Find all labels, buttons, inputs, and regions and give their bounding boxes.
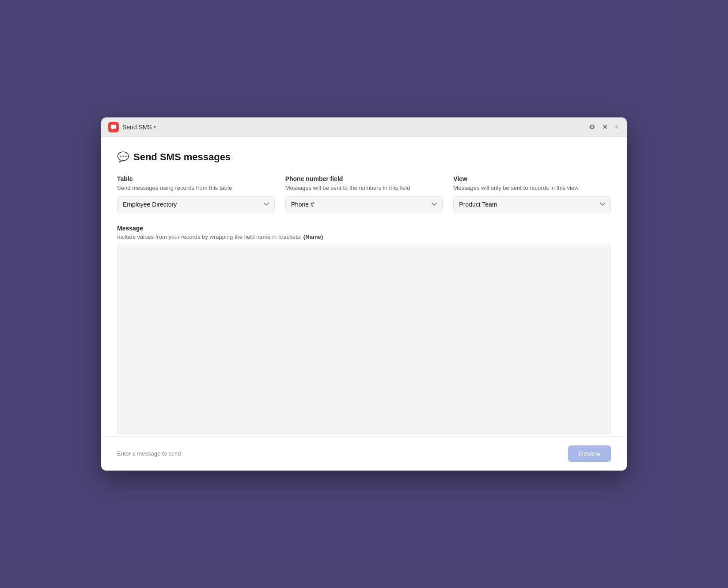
add-button[interactable]: + (614, 122, 620, 132)
page-title: Send SMS messages (133, 151, 231, 163)
view-description: Messages will only be sent to records in… (453, 184, 611, 192)
title-bar-left: Send SMS ▾ (108, 122, 156, 132)
extension-window: Send SMS ▾ ⚙ ✕ + 💬 Send SMS (101, 117, 627, 471)
view-config-col: View Messages will only be sent to recor… (453, 175, 611, 212)
title-bar: Send SMS ▾ ⚙ ✕ + (101, 117, 627, 137)
view-label: View (453, 175, 611, 182)
message-hint: Include values from your records by wrap… (117, 234, 611, 240)
phone-field-config-col: Phone number field Messages will be sent… (285, 175, 443, 212)
svg-rect-0 (111, 125, 116, 129)
plus-icon: + (615, 123, 619, 131)
gear-icon: ⚙ (589, 123, 595, 131)
modal-overlay: Send SMS ▾ ⚙ ✕ + 💬 Send SMS (0, 0, 728, 588)
table-label: Table (117, 175, 275, 182)
title-chevron-icon[interactable]: ▾ (154, 124, 156, 129)
review-button[interactable]: Review (568, 445, 611, 462)
sms-app-icon (110, 124, 117, 130)
footer: Enter a message to send Review (101, 436, 627, 471)
settings-button[interactable]: ⚙ (588, 122, 596, 132)
table-description: Send messages using records from this ta… (117, 184, 275, 192)
config-row: Table Send messages using records from t… (117, 175, 611, 212)
message-label: Message (117, 225, 611, 232)
app-icon (108, 122, 119, 132)
phone-field-description: Messages will be sent to the numbers in … (285, 184, 443, 192)
phone-field-select[interactable]: Phone # Mobile Work Phone (285, 196, 443, 212)
message-section: Message Include values from your records… (117, 225, 611, 436)
close-button[interactable]: ✕ (601, 122, 609, 132)
table-select[interactable]: Employee Directory Contacts Team Members (117, 196, 275, 212)
message-hint-example: {Name} (303, 234, 323, 240)
app-name-label: Send SMS (122, 124, 152, 131)
message-hint-text: Include values from your records by wrap… (117, 234, 302, 240)
view-select[interactable]: Product Team All Records Active Employee… (453, 196, 611, 212)
footer-hint: Enter a message to send (117, 450, 181, 457)
phone-field-label: Phone number field (285, 175, 443, 182)
page-header: 💬 Send SMS messages (117, 151, 611, 163)
message-bubble-icon: 💬 (117, 151, 129, 163)
table-config-col: Table Send messages using records from t… (117, 175, 275, 212)
close-icon: ✕ (602, 123, 608, 131)
main-content: 💬 Send SMS messages Table Send messages … (101, 137, 627, 436)
app-title: Send SMS ▾ (122, 124, 156, 131)
message-textarea[interactable] (117, 245, 611, 434)
title-bar-actions: ⚙ ✕ + (588, 122, 620, 132)
